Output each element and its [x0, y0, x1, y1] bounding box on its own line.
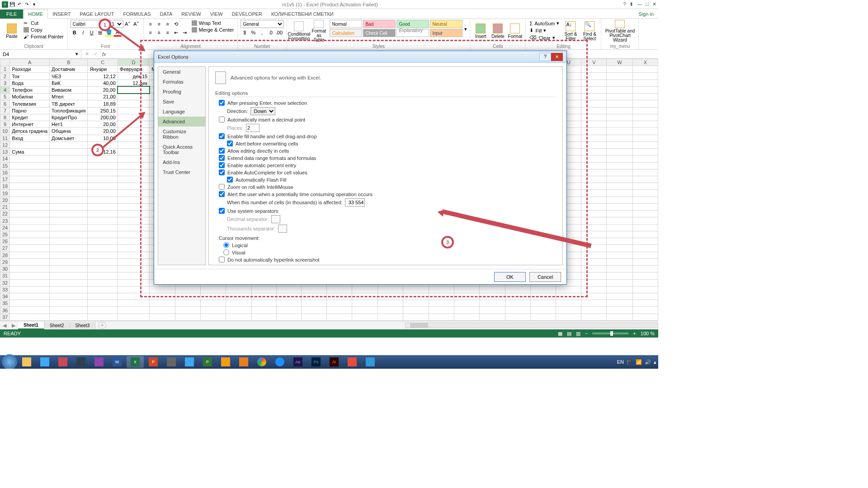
cell[interactable] — [88, 300, 118, 307]
redo-icon[interactable]: ↷ — [24, 1, 30, 8]
cell[interactable] — [581, 203, 607, 210]
cell[interactable]: 21,00 — [88, 94, 118, 100]
enter-formula-icon[interactable]: ✓ — [94, 51, 98, 57]
tab-home[interactable]: HOME — [23, 9, 48, 19]
cell[interactable] — [632, 258, 658, 265]
percent-icon[interactable]: % — [249, 28, 257, 37]
cell[interactable]: ЧЕЗ — [50, 73, 88, 80]
cell[interactable] — [118, 314, 149, 320]
align-right-icon[interactable]: ≡ — [164, 28, 172, 37]
cell[interactable] — [10, 279, 50, 286]
cell[interactable] — [454, 286, 480, 293]
cell[interactable] — [581, 197, 607, 203]
taskbar-aftereffects[interactable]: Ae — [289, 356, 307, 368]
cell[interactable] — [607, 121, 632, 128]
tab-insert[interactable]: INSERT — [48, 9, 75, 19]
taskbar-app[interactable] — [217, 356, 234, 368]
cell[interactable] — [88, 266, 118, 272]
cell[interactable] — [607, 245, 632, 252]
cell[interactable] — [581, 286, 607, 293]
taskbar-app[interactable] — [344, 356, 361, 368]
cells-affected-input[interactable] — [345, 198, 365, 206]
cell[interactable] — [118, 183, 149, 190]
cell[interactable]: Разходи — [10, 66, 50, 73]
nav-qat[interactable]: Quick Access Toolbar — [158, 142, 205, 157]
cell[interactable] — [581, 217, 607, 224]
chk-after-enter[interactable] — [219, 100, 225, 106]
cell[interactable] — [530, 293, 556, 300]
tab-view[interactable]: VIEW — [206, 9, 227, 19]
format-cells-button[interactable]: Format — [507, 20, 523, 42]
cell[interactable] — [10, 197, 50, 203]
cell[interactable] — [200, 300, 226, 307]
cell[interactable] — [118, 272, 149, 279]
cell[interactable] — [454, 300, 480, 307]
cell[interactable] — [632, 121, 658, 128]
zoom-out-icon[interactable]: − — [585, 331, 588, 336]
cell[interactable] — [632, 314, 658, 320]
cell[interactable] — [607, 155, 632, 162]
cell[interactable] — [607, 238, 632, 245]
cell[interactable] — [480, 307, 505, 314]
nav-trust-center[interactable]: Trust Center — [158, 167, 205, 177]
cell[interactable] — [88, 190, 118, 197]
cell[interactable] — [632, 183, 658, 190]
cell[interactable] — [632, 231, 658, 238]
cell[interactable] — [10, 162, 50, 169]
cell[interactable]: Виваком — [50, 86, 88, 93]
merge-button[interactable]: Merge & Center — [191, 27, 235, 33]
cell[interactable] — [377, 293, 403, 300]
taskbar-excel[interactable]: X — [127, 356, 144, 368]
cell[interactable] — [607, 169, 632, 176]
cell[interactable] — [88, 293, 118, 300]
cell[interactable] — [10, 252, 50, 258]
cell[interactable] — [251, 307, 276, 314]
cell[interactable] — [632, 86, 658, 93]
cell[interactable] — [10, 141, 50, 148]
cell[interactable] — [454, 314, 480, 320]
cell[interactable] — [632, 286, 658, 293]
cell[interactable] — [88, 176, 118, 183]
cell[interactable] — [88, 272, 118, 279]
nav-general[interactable]: General — [158, 67, 205, 77]
cell[interactable] — [10, 169, 50, 176]
cell[interactable] — [607, 300, 632, 307]
cell[interactable] — [632, 176, 658, 183]
cell[interactable] — [150, 300, 175, 307]
cancel-formula-icon[interactable]: ✕ — [85, 51, 89, 57]
format-as-table-button[interactable]: Format as Table — [310, 20, 328, 42]
cell[interactable] — [251, 314, 276, 320]
cell[interactable]: 40,00 — [88, 80, 118, 86]
cell[interactable] — [118, 86, 149, 93]
cell[interactable] — [327, 293, 352, 300]
cell[interactable] — [581, 114, 607, 121]
dialog-help-button[interactable]: ? — [539, 53, 551, 61]
cell[interactable] — [50, 245, 88, 252]
cell[interactable] — [607, 128, 632, 135]
cell[interactable] — [581, 100, 607, 107]
cell[interactable] — [118, 300, 149, 307]
cell[interactable] — [118, 135, 149, 141]
cell[interactable] — [505, 286, 530, 293]
cell[interactable] — [88, 286, 118, 293]
cell[interactable] — [581, 141, 607, 148]
cell[interactable] — [118, 238, 149, 245]
fx-icon[interactable]: fx — [102, 52, 106, 57]
cell[interactable] — [50, 162, 88, 169]
cell[interactable] — [607, 197, 632, 203]
cell[interactable] — [403, 286, 429, 293]
paste-button[interactable]: Paste — [3, 20, 21, 42]
cell[interactable] — [403, 307, 429, 314]
cell[interactable] — [50, 293, 88, 300]
tray-volume-icon[interactable]: 🔊 — [645, 359, 651, 365]
name-box[interactable]: D4 ▾ — [0, 50, 81, 58]
cell[interactable] — [118, 279, 149, 286]
ribbon-collapse-icon[interactable]: ⬍ — [629, 1, 633, 7]
align-middle-icon[interactable]: ≡ — [155, 20, 163, 28]
cell[interactable]: Телевизия — [10, 100, 50, 107]
cell[interactable] — [276, 314, 302, 320]
taskbar-photoshop[interactable]: Ps — [307, 356, 325, 368]
taskbar-powerpoint[interactable]: P — [145, 356, 162, 368]
cell[interactable] — [10, 183, 50, 190]
taskbar-app[interactable] — [181, 356, 198, 368]
